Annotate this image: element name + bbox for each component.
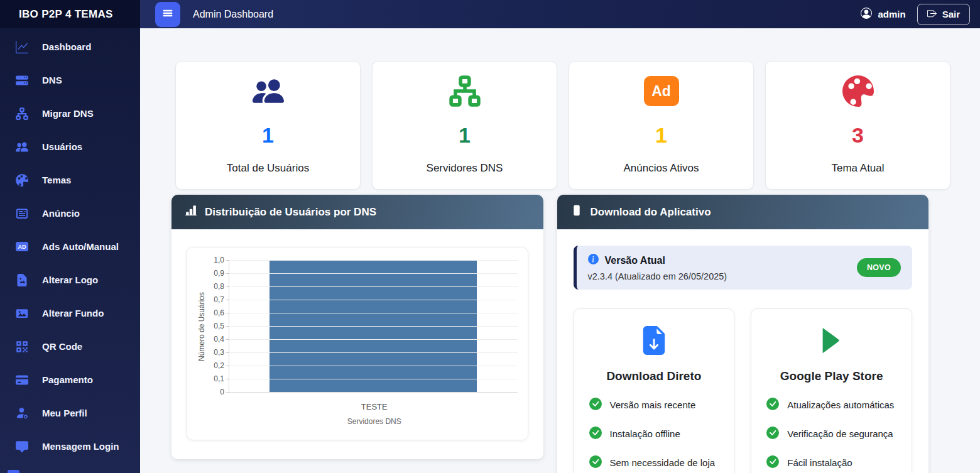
sidebar-item-label: Meu Perfil	[42, 408, 87, 418]
phone-icon	[571, 205, 582, 219]
sidebar-item-label: Dashboard	[42, 41, 91, 52]
google-play-card[interactable]: Google Play Store Atualizações automátic…	[751, 308, 912, 473]
version-alert-text: Versão Atual v2.3.4 (Atualizado em 26/05…	[588, 254, 857, 281]
check-circle-icon	[766, 455, 779, 470]
chart-x-axis: TESTE Servidores DNS	[231, 402, 518, 426]
chart-y-axis-label: Número de Usuários	[197, 260, 206, 393]
check-circle-icon	[766, 398, 779, 412]
chart-bar	[270, 261, 477, 393]
sidebar-item-label: DNS	[42, 75, 62, 85]
network-diagram-icon	[447, 75, 482, 107]
check-circle-icon	[589, 398, 602, 412]
network-diagram-icon	[16, 107, 28, 120]
sidebar-item-partial-icon[interactable]	[8, 470, 19, 473]
logout-button[interactable]: Sair	[917, 4, 970, 25]
download-direct-card[interactable]: Download Direto Versão mais recente Inst…	[574, 308, 735, 473]
feature-item: Atualizações automáticas	[766, 398, 896, 412]
sidebar-item-usuarios[interactable]: Usuários	[0, 130, 140, 163]
palette-icon	[841, 75, 876, 107]
image-icon	[16, 307, 28, 320]
google-play-icon	[766, 325, 896, 356]
stat-value: 1	[262, 124, 274, 146]
stat-card-tema-atual: 3 Tema Atual	[765, 61, 950, 190]
feature-item: Fácil instalação	[766, 455, 896, 470]
download-direct-title: Download Direto	[589, 369, 719, 383]
sidebar-item-label: Mensagem Login	[42, 441, 119, 452]
palette-icon	[16, 174, 28, 187]
stat-label: Anúncios Ativos	[623, 162, 699, 175]
chart-y-axis: 1,00,90,80,70,60,50,40,30,20,10	[206, 260, 229, 393]
sidebar-item-alterar-fundo[interactable]: Alterar Fundo	[0, 296, 140, 330]
newspaper-icon	[16, 207, 28, 220]
server-stack-icon	[16, 74, 28, 87]
sidebar-item-label: Alterar Fundo	[42, 308, 104, 318]
sidebar-nav: Dashboard DNS Migrar DNS Usuários Temas	[0, 28, 140, 463]
person-gear-icon	[16, 407, 28, 420]
sidebar-item-label: Anúncio	[42, 208, 80, 219]
version-alert-title: Versão Atual	[605, 255, 665, 266]
bar-chart-icon	[185, 205, 197, 219]
brand: IBO P2P 4 TEMAS	[0, 0, 140, 28]
version-detail: v2.3.4 (Atualizado em 26/05/2025)	[588, 271, 857, 281]
sidebar-item-label: Alterar Logo	[42, 275, 98, 285]
info-icon	[588, 254, 599, 267]
brand-text: IBO P2P 4 TEMAS	[19, 8, 113, 21]
sidebar-item-anuncio[interactable]: Anúncio	[0, 197, 140, 230]
sidebar-item-label: Temas	[42, 175, 71, 185]
feature-item: Versão mais recente	[589, 398, 719, 412]
users-icon	[16, 141, 28, 153]
chart-x-axis-label: Servidores DNS	[231, 417, 518, 426]
chart-card: Número de Usuários 1,00,90,80,70,60,50,4…	[187, 247, 528, 440]
sidebar-item-temas[interactable]: Temas	[0, 163, 140, 197]
chart-plot	[229, 260, 518, 393]
stat-card-anuncios-ativos: Ad 1 Anúncios Ativos	[569, 61, 754, 190]
chart-panel-body: Número de Usuários 1,00,90,80,70,60,50,4…	[172, 229, 543, 459]
hamburger-icon	[162, 8, 173, 21]
sidebar-item-label: Ads Auto/Manual	[42, 241, 119, 252]
user-menu[interactable]: admin	[861, 8, 905, 21]
download-panel: Download do Aplicativo Versão Atual v2.3…	[557, 195, 929, 473]
topbar-right: admin Sair	[861, 4, 970, 25]
chat-icon	[16, 440, 28, 453]
sidebar: IBO P2P 4 TEMAS Dashboard DNS Migrar DNS	[0, 0, 140, 473]
stat-value: 3	[852, 124, 864, 146]
ad-badge-icon: Ad	[644, 75, 679, 107]
person-circle-icon	[861, 8, 872, 21]
sidebar-item-label: Usuários	[42, 141, 82, 152]
panels-row: Distribuição de Usuários por DNS Número …	[172, 195, 928, 473]
sidebar-item-ads-auto-manual[interactable]: AD Ads Auto/Manual	[0, 230, 140, 263]
feature-item: Verificação de segurança	[766, 427, 896, 441]
ad-badge-icon: AD	[16, 241, 28, 253]
stat-card-servidores-dns: 1 Servidores DNS	[372, 61, 557, 190]
check-circle-icon	[589, 455, 602, 470]
topbar: Admin Dashboard admin Sair	[140, 0, 980, 28]
main-content: 1 Total de Usuários 1 Servidores DNS Ad …	[140, 28, 980, 473]
chart-panel-title: Distribuição de Usuários por DNS	[205, 206, 376, 219]
download-options: Download Direto Versão mais recente Inst…	[574, 308, 913, 473]
download-panel-header: Download do Aplicativo	[557, 195, 929, 229]
google-play-title: Google Play Store	[766, 369, 896, 383]
sidebar-item-dashboard[interactable]: Dashboard	[0, 30, 140, 63]
chart-panel-header: Distribuição de Usuários por DNS	[172, 195, 543, 229]
sidebar-item-alterar-logo[interactable]: Alterar Logo	[0, 263, 140, 296]
sidebar-item-label: Pagamento	[42, 374, 93, 385]
page-title: Admin Dashboard	[193, 9, 273, 20]
sidebar-item-dns[interactable]: DNS	[0, 63, 140, 97]
menu-toggle-button[interactable]	[155, 2, 180, 27]
box-arrow-right-icon	[927, 9, 937, 20]
stat-card-total-usuarios: 1 Total de Usuários	[175, 61, 361, 190]
sidebar-item-migrar-dns[interactable]: Migrar DNS	[0, 97, 140, 130]
sidebar-item-mensagem-login[interactable]: Mensagem Login	[0, 430, 140, 463]
stat-value: 1	[655, 124, 667, 146]
chart-category-label: TESTE	[231, 402, 518, 411]
file-download-icon	[589, 325, 719, 356]
sidebar-item-qr-code[interactable]: QR Code	[0, 330, 140, 363]
stat-label: Total de Usuários	[227, 162, 309, 175]
check-circle-icon	[589, 427, 602, 441]
sidebar-item-meu-perfil[interactable]: Meu Perfil	[0, 396, 140, 430]
feature-item: Instalação offline	[589, 427, 719, 441]
graph-up-icon	[16, 41, 28, 53]
sidebar-item-pagamento[interactable]: Pagamento	[0, 363, 140, 396]
novo-badge: NOVO	[857, 258, 901, 277]
chart: Número de Usuários 1,00,90,80,70,60,50,4…	[197, 260, 518, 393]
